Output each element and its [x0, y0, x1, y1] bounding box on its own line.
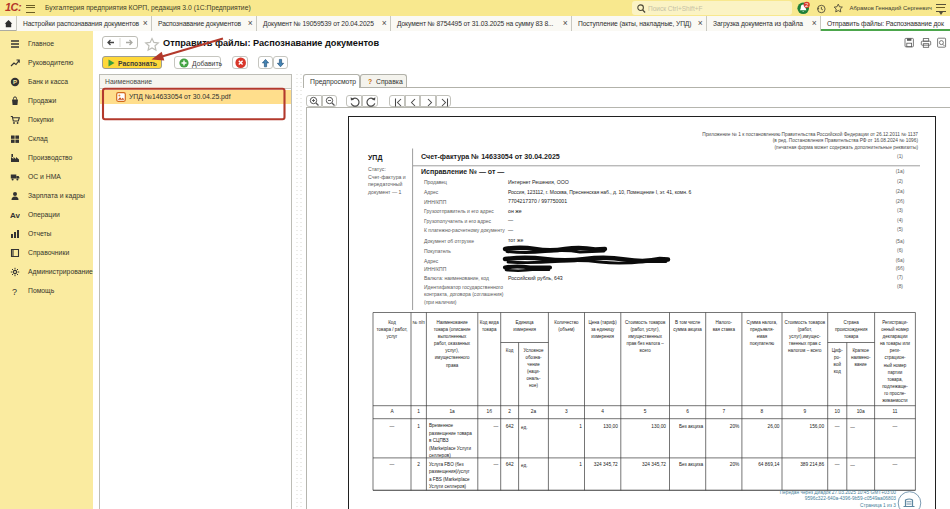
svg-text:Р: Р: [13, 79, 17, 85]
svg-text:?: ?: [12, 287, 17, 297]
svg-text:Av: Av: [10, 211, 20, 220]
